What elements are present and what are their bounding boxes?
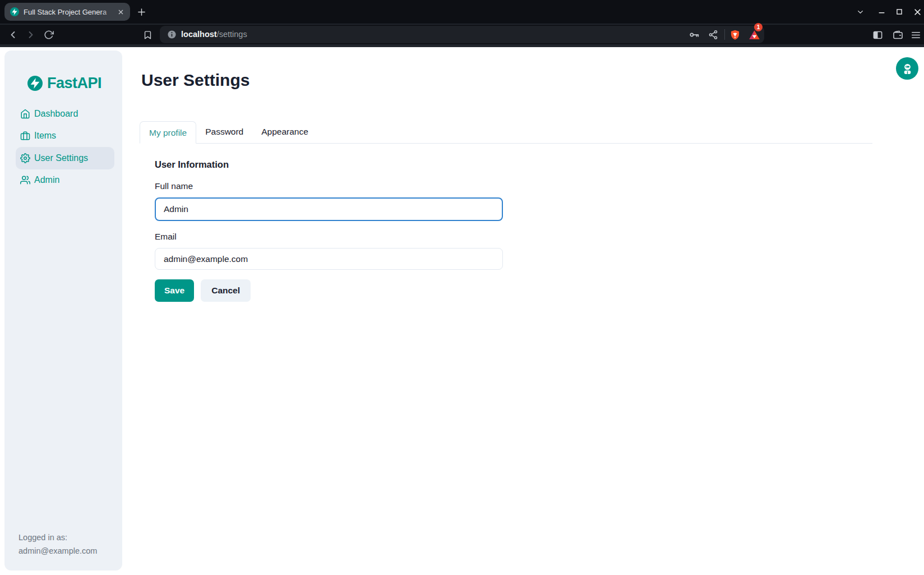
fastapi-bolt-icon [27,76,43,91]
brave-shield-icon[interactable] [728,28,742,42]
main-area: User Settings My profile Password Appear… [122,47,924,575]
window-minimize-button[interactable] [876,6,887,17]
form-actions: Save Cancel [155,279,251,302]
share-icon[interactable] [706,28,720,42]
reload-button[interactable] [42,28,56,42]
rewards-count-badge: 1 [754,23,763,31]
fastapi-logo: FastAPI [27,75,101,92]
key-icon[interactable] [687,28,701,42]
url-host: localhost [181,30,217,39]
email-input[interactable] [155,248,503,270]
window-maximize-button[interactable] [894,6,905,17]
tab-title-fade [101,6,116,18]
gear-icon [20,153,30,163]
address-bar[interactable]: localhost/settings 1 [160,26,764,43]
tab-my-profile[interactable]: My profile [140,121,196,144]
settings-tabs: My profile Password Appearance [140,121,872,144]
sidebar-item-dashboard[interactable]: Dashboard [16,103,114,125]
url-path: /settings [217,30,247,39]
section-title: User Information [155,159,229,170]
briefcase-icon [20,131,30,141]
reading-list-bookmark-icon[interactable] [141,28,154,42]
tab-appearance[interactable]: Appearance [252,121,317,143]
forward-button[interactable] [24,28,38,42]
new-tab-button[interactable] [135,5,148,19]
sidebar-item-user-settings[interactable]: User Settings [16,147,114,169]
sidebar-item-label: User Settings [34,153,88,163]
sidebar-item-label: Dashboard [34,109,78,119]
sidebar-item-label: Admin [34,175,59,185]
save-button[interactable]: Save [155,279,194,302]
page-title: User Settings [141,71,250,90]
logged-in-footer: Logged in as: admin@example.com [19,531,97,558]
sidebar-item-admin[interactable]: Admin [16,169,114,191]
fastapi-favicon-icon [10,7,19,16]
logged-in-email: admin@example.com [19,544,97,558]
home-icon [20,109,30,119]
window-close-button[interactable] [912,6,923,17]
sidebar-item-label: Items [34,131,56,141]
back-button[interactable] [6,28,20,42]
browser-title-bar: Full Stack Project Genera [0,0,924,24]
tab-password[interactable]: Password [196,121,252,143]
sidebar-item-items[interactable]: Items [16,125,114,147]
page-content: FastAPI Dashboard Items User Settings Ad… [0,47,924,575]
tab-search-chevron-icon[interactable] [854,6,866,17]
user-menu-button[interactable] [896,57,918,80]
full-name-input[interactable] [155,197,503,221]
cancel-button[interactable]: Cancel [201,279,251,302]
wallet-icon[interactable] [891,28,904,42]
site-info-icon[interactable] [167,30,177,42]
users-icon [20,175,30,185]
sidebar-toggle-icon[interactable] [871,28,884,42]
email-label: Email [155,232,177,241]
browser-tab[interactable]: Full Stack Project Genera [4,3,130,21]
logged-in-label: Logged in as: [19,531,97,544]
menu-hamburger-icon[interactable] [909,28,922,42]
sidebar: FastAPI Dashboard Items User Settings Ad… [4,50,122,571]
browser-toolbar: localhost/settings 1 [0,25,924,44]
user-astronaut-icon [901,62,914,75]
toolbar-separator [724,29,725,40]
full-name-label: Full name [155,182,193,191]
url-text: localhost/settings [181,26,247,43]
logo-text: FastAPI [47,75,101,92]
tab-close-icon[interactable] [116,7,126,17]
